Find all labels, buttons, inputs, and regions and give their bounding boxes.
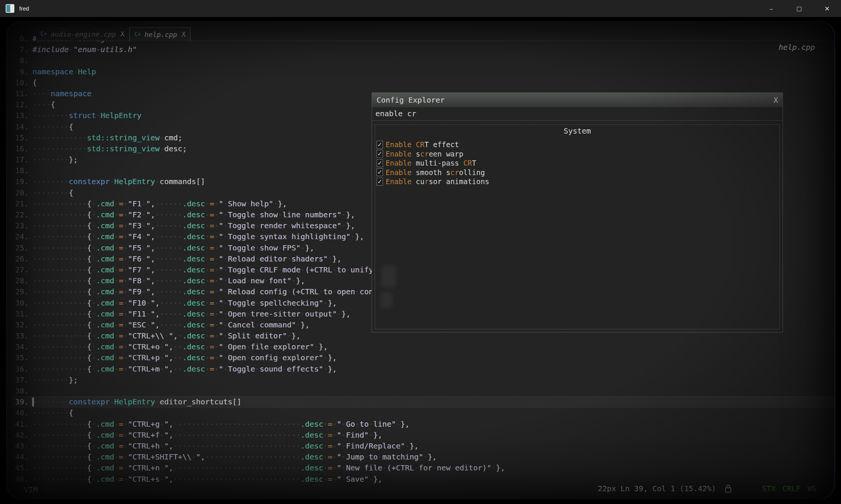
tab-label: help.cpp (145, 31, 177, 38)
maximize-button[interactable]: □ (785, 0, 813, 17)
line-number: 15. (11, 132, 29, 143)
line-number: 33. (11, 330, 29, 341)
window-title: fred (19, 5, 29, 12)
line-number: 10. (11, 77, 29, 88)
line-number: 39. (11, 396, 29, 407)
line-number: 17. (11, 154, 29, 165)
line-number: 11. (11, 88, 29, 99)
close-button[interactable]: ✕ (813, 0, 841, 17)
line-number: 6. (11, 33, 29, 44)
code-line: 9.namespace·Help (11, 66, 835, 77)
app-window: { "colors": { "screen_bg": "#242524", "t… (0, 0, 841, 504)
checkbox-icon[interactable]: ✓ (377, 159, 383, 167)
line-number: 21. (11, 198, 29, 209)
code-line: 40.········{ (11, 407, 835, 418)
config-option[interactable]: ✓Enable cursor animations (377, 177, 780, 186)
config-list-panel: System ✓Enable CRT effect✓Enable screen … (375, 124, 780, 329)
line-number: 26. (11, 254, 29, 264)
crt-ghost-artifact (380, 292, 392, 308)
line-number: 7. (11, 44, 29, 55)
line-number: 31. (11, 309, 29, 320)
checkbox-icon[interactable]: ✓ (377, 168, 383, 176)
cpp-icon: C+ (40, 31, 47, 37)
status-right-group: 22px Ln 39, Col 1 (15.42%) STX CRLF WS (598, 484, 816, 493)
line-number: 20. (11, 187, 29, 198)
code-line: 10.{ (11, 77, 835, 88)
code-line: 39.········constexpr·HelpEntry·editor_sh… (11, 396, 835, 407)
tab-close-icon[interactable]: X (120, 30, 124, 38)
line-number: 38. (11, 386, 29, 396)
line-number: 8. (11, 55, 29, 66)
code-line: 44.············{·.cmd·=·"CTRL+SHIFT+\\·"… (11, 452, 835, 463)
editor-screen: 6.#include·"config.h"7.#include·"enum-ut… (6, 21, 835, 499)
line-number: 27. (11, 264, 29, 275)
code-line: 36.············{·.cmd·=·"CTRL+m·",··.des… (11, 364, 835, 375)
window-controls: – □ ✕ (757, 0, 841, 17)
code-line: 34.············{·.cmd·=·"CTRL+o·",··.des… (11, 341, 835, 352)
code-line: 37.········}; (11, 375, 835, 386)
vim-mode-indicator: VIM (24, 485, 38, 494)
config-explorer-popup: Config Explorer X enable cr System ✓Enab… (372, 92, 783, 332)
code-line: 45.············{·.cmd·=·"CTRL+n·",······… (11, 463, 835, 473)
line-number: 44. (11, 452, 29, 463)
line-number: 23. (11, 220, 29, 231)
config-option-label: Enable screen warp (386, 150, 463, 158)
tab-bar: C+audio-engine.cppXC+help.cppX (36, 27, 191, 41)
status-stx: STX (762, 484, 776, 493)
code-line: 42.············{·.cmd·=·"CTRL+f·",······… (11, 430, 835, 441)
crt-bezel: 6.#include·"config.h"7.#include·"enum-ut… (0, 17, 841, 504)
checkbox-icon[interactable]: ✓ (377, 150, 383, 158)
config-search-input[interactable]: enable cr (372, 107, 783, 121)
line-number: 22. (11, 209, 29, 220)
config-option[interactable]: ✓Enable smooth scrolling (377, 168, 780, 177)
line-number: 29. (11, 286, 29, 297)
cpp-icon: C+ (134, 31, 141, 38)
minimize-button[interactable]: – (757, 0, 785, 17)
tab-close-icon[interactable]: X (181, 31, 185, 38)
line-number: 13. (11, 110, 29, 121)
tab-help.cpp[interactable]: C+help.cppX (129, 27, 191, 41)
config-option-label: Enable multi-pass CRT (386, 159, 476, 167)
status-crlf: CRLF (783, 484, 801, 493)
config-options-list: ✓Enable CRT effect✓Enable screen warp✓En… (375, 140, 780, 186)
line-number: 9. (11, 66, 29, 77)
line-number: 19. (11, 176, 29, 187)
config-option-label: Enable CRT effect (386, 140, 459, 149)
popup-title: Config Explorer (377, 95, 445, 104)
line-number: 25. (11, 243, 29, 254)
config-option[interactable]: ✓Enable screen warp (377, 149, 780, 159)
popup-close-icon[interactable]: X (774, 96, 778, 104)
line-number: 28. (11, 275, 29, 286)
line-number: 41. (11, 419, 29, 430)
status-bar: VIM 22px Ln 39, Col 1 (15.42%) STX CRLF … (6, 481, 835, 494)
tab-audio-engine.cpp[interactable]: C+audio-engine.cppX (36, 27, 129, 41)
section-header-system: System (375, 126, 780, 135)
code-line: 43.············{·.cmd·=·"CTRL+h·",······… (11, 441, 835, 452)
line-number: 12. (11, 99, 29, 110)
line-number: 18. (11, 165, 29, 176)
app-icon (6, 4, 14, 13)
line-number: 32. (11, 320, 29, 330)
config-option[interactable]: ✓Enable CRT effect (377, 140, 780, 149)
checkbox-icon[interactable]: ✓ (377, 178, 383, 186)
code-line: 41.············{·.cmd·=·"CTRL+g·",······… (11, 419, 835, 430)
line-number: 30. (11, 298, 29, 309)
line-number: 45. (11, 463, 29, 473)
config-option-label: Enable smooth scrolling (386, 168, 485, 177)
config-option[interactable]: ✓Enable multi-pass CRT (377, 158, 780, 168)
line-number: 14. (11, 121, 29, 132)
line-number: 43. (11, 441, 29, 452)
status-ws: WS (807, 484, 816, 493)
line-number: 35. (11, 352, 29, 363)
line-number: 36. (11, 364, 29, 375)
code-line: 38. (11, 386, 835, 396)
line-number: 24. (11, 231, 29, 242)
line-number: 34. (11, 341, 29, 352)
file-indicator: help.cpp (779, 43, 815, 52)
code-line: 7.#include·"enum-utils.h" (11, 44, 835, 55)
code-line: 8. (11, 55, 835, 66)
checkbox-icon[interactable]: ✓ (377, 141, 383, 149)
config-option-label: Enable cursor animations (386, 177, 489, 186)
tab-label: audio-engine.cpp (51, 30, 116, 38)
line-number: 40. (11, 407, 29, 418)
